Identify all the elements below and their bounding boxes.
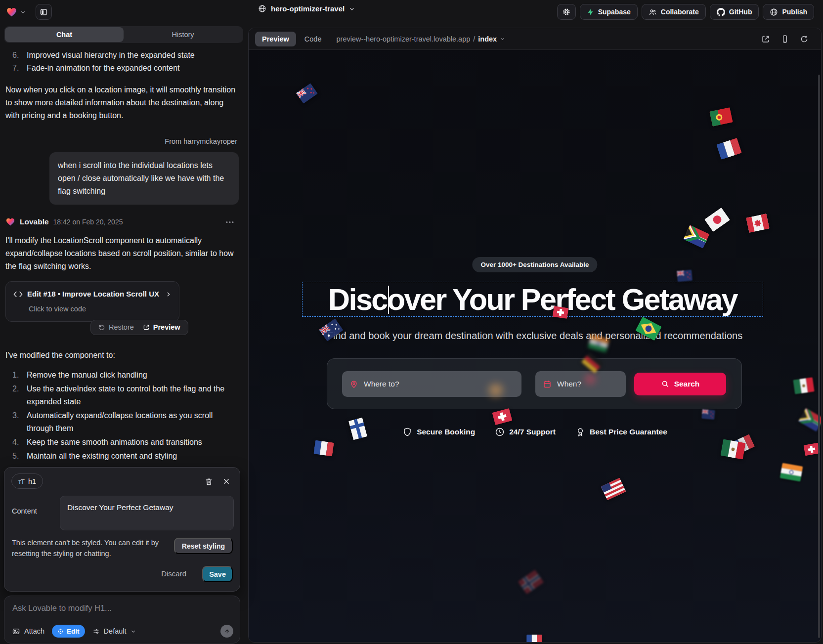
search-label: Search [674, 380, 700, 388]
code-brackets-icon [13, 291, 23, 298]
when-field[interactable] [535, 371, 626, 397]
assistant-paragraph: I've modified the component to: [5, 349, 239, 362]
list-item: 2. Use the activeIndex state to control … [5, 383, 239, 408]
edit-mode-pill[interactable]: Edit [52, 625, 85, 638]
ask-input[interactable] [12, 603, 232, 613]
preview-version-button[interactable]: Preview [143, 321, 180, 334]
image-attach-icon [12, 627, 20, 636]
mode-selector[interactable]: Default [92, 627, 136, 635]
project-switcher[interactable]: hero-optimizer-travel [258, 4, 355, 13]
list-number: 7. [12, 62, 22, 75]
list-item: 4. Keep the same smooth animations and t… [5, 436, 239, 449]
text-caret [388, 286, 389, 314]
save-button[interactable]: Save [202, 566, 233, 582]
list-text: Fade-in animation for the expanded conte… [27, 62, 180, 75]
message-menu-dots-icon[interactable] [226, 221, 239, 223]
clock-icon [495, 427, 505, 437]
where-field[interactable] [342, 371, 521, 397]
list-number: 2. [12, 383, 22, 408]
preview-scrollbar[interactable] [818, 75, 820, 638]
preview-viewport: Over 1000+ Destinations Available Discov… [249, 50, 821, 642]
element-editor-panel: h1 Content Discover Your Perfect Getaway… [4, 467, 240, 592]
feature-best-price: Best Price Guarantee [575, 427, 667, 437]
content-label: Content [12, 507, 37, 515]
close-panel-button[interactable] [220, 475, 233, 488]
preview-toolbar: Preview Code preview--hero-optimizer-tra… [249, 28, 821, 50]
settings-button[interactable] [557, 4, 576, 20]
mobile-view-button[interactable] [780, 35, 789, 43]
list-text: Use the activeIndex state to control bot… [27, 383, 239, 408]
tab-history[interactable]: History [124, 27, 242, 42]
list-text: Remove the manual click handling [27, 369, 147, 382]
when-input[interactable] [557, 380, 618, 388]
list-item: 3. Automatically expand/collapse locatio… [5, 409, 239, 435]
edit-card-subtitle: Click to view code [29, 302, 172, 315]
assistant-name: Lovable [20, 215, 49, 228]
content-input[interactable]: Discover Your Perfect Getaway [60, 496, 234, 530]
project-name: hero-optimizer-travel [271, 4, 345, 13]
external-link-icon [143, 324, 150, 331]
logo-chevron-down-icon[interactable] [20, 9, 26, 15]
feature-secure-booking: Secure Booking [402, 427, 475, 437]
where-input[interactable] [364, 380, 514, 388]
target-icon [57, 628, 64, 635]
tab-code[interactable]: Code [304, 35, 322, 43]
publish-globe-icon [770, 8, 778, 16]
hero-section: Over 1000+ Destinations Available Discov… [249, 50, 821, 642]
url-chevron-down-icon [500, 36, 505, 42]
search-button[interactable]: Search [634, 373, 726, 395]
preview-url[interactable]: preview--hero-optimizer-travel.lovable.a… [337, 35, 506, 43]
reset-styling-button[interactable]: Reset styling [174, 538, 233, 554]
url-page: index [478, 35, 497, 43]
sliders-icon [92, 628, 100, 635]
edit-version-card[interactable]: Edit #18 • Improve Location Scroll UX Cl… [5, 281, 179, 322]
refresh-button[interactable] [800, 35, 809, 43]
map-pin-icon [349, 380, 358, 388]
github-button[interactable]: GitHub [710, 4, 759, 20]
url-host: preview--hero-optimizer-travel.lovable.a… [337, 35, 471, 43]
project-chevron-down-icon [349, 6, 355, 12]
assistant-header: Lovable 18:42 on Feb 20, 2025 [5, 215, 239, 228]
sidebar-toggle-button[interactable] [36, 4, 52, 20]
steps-list: 1. Remove the manual click handling 2. U… [5, 369, 239, 463]
chevron-right-icon [165, 291, 172, 298]
discard-button[interactable]: Discard [161, 569, 186, 578]
shield-icon [402, 427, 412, 437]
destinations-badge: Over 1000+ Destinations Available [472, 257, 597, 272]
typography-icon [18, 477, 24, 485]
version-actions-toolbar: Restore Preview [90, 320, 188, 335]
attach-button[interactable]: Attach [12, 627, 44, 636]
list-text: Maintain all the existing content and st… [27, 450, 177, 463]
list-text: Improved visual hierarchy in the expande… [27, 49, 195, 62]
attach-label: Attach [24, 627, 44, 635]
list-number: 5. [12, 450, 22, 463]
selected-heading-outline[interactable]: Discover Your Perfect Getaway [302, 282, 763, 317]
lovable-heart-logo[interactable] [6, 6, 17, 18]
collaborate-button[interactable]: Collaborate [642, 4, 706, 20]
list-text: Automatically expand/collapse locations … [27, 409, 239, 435]
publish-label: Publish [782, 8, 807, 16]
hero-heading[interactable]: Discover Your Perfect Getaway [328, 282, 737, 317]
assistant-paragraph: Now when you click on a location image, … [5, 84, 239, 122]
tab-preview[interactable]: Preview [255, 32, 296, 46]
open-external-button[interactable] [761, 35, 770, 43]
restore-icon [98, 324, 105, 331]
people-icon [649, 8, 657, 16]
feature-support: 24/7 Support [495, 427, 556, 437]
publish-button[interactable]: Publish [763, 4, 814, 20]
feature-label: Secure Booking [417, 428, 475, 436]
chat-panel[interactable]: 6. Improved visual hierarchy in the expa… [0, 43, 247, 467]
composer-toolbar: Attach Edit Default [12, 625, 233, 638]
tab-chat[interactable]: Chat [5, 27, 124, 42]
sidebar-tabs: Chat History [4, 26, 243, 43]
supabase-button[interactable]: Supabase [580, 4, 638, 20]
globe-icon [258, 4, 266, 13]
restore-label: Restore [109, 321, 134, 334]
topbar-left [6, 4, 52, 20]
refresh-icon [800, 35, 809, 43]
send-button[interactable] [220, 625, 233, 638]
delete-element-button[interactable] [202, 475, 215, 488]
supabase-label: Supabase [598, 8, 631, 16]
assistant-paragraph: I'll modify the LocationScroll component… [5, 234, 239, 273]
restore-button[interactable]: Restore [98, 321, 134, 334]
